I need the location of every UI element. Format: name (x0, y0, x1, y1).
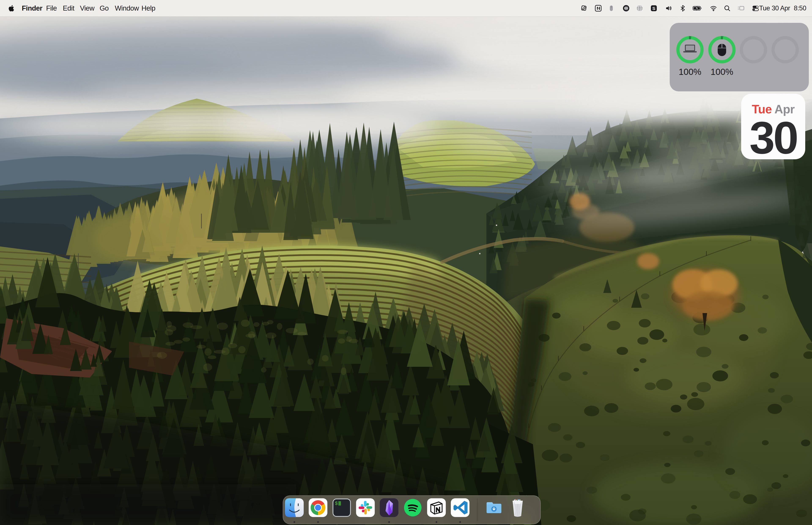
svg-text:100%: 100% (710, 67, 733, 77)
svg-text:100%: 100% (678, 67, 701, 77)
svg-text:$: $ (335, 501, 338, 506)
svg-text:S: S (652, 6, 655, 11)
